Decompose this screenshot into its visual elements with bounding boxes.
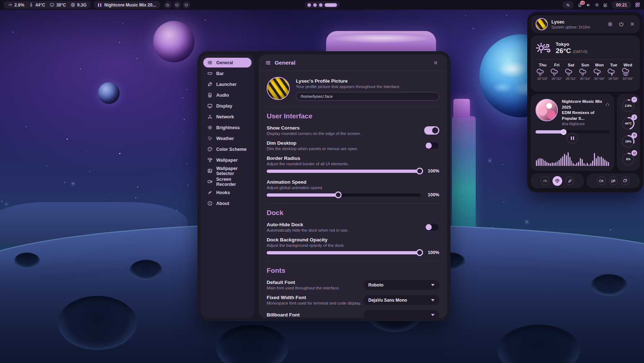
sidebar-item-screen-recorder[interactable]: Screen Recorder — [203, 177, 252, 187]
slider-knob[interactable] — [416, 249, 423, 256]
pause-button[interactable] — [567, 133, 578, 144]
sidebar-label: Wallpaper — [216, 158, 237, 163]
setting-title: Fixed Width Font — [267, 295, 364, 300]
system-stats-pill[interactable]: 2.8% 44°C 38°C 9.3G — [4, 1, 91, 9]
forecast-day: Thu 30°/23° — [536, 63, 550, 80]
image-picker-icon — [207, 168, 213, 174]
network-button[interactable] — [562, 1, 574, 9]
setting-title: Dim Desktop — [267, 140, 424, 146]
sidebar-label: Bar — [216, 71, 224, 76]
media-card: Nightcore Music Mix 2025 EDM Remixes of … — [531, 94, 614, 171]
album-art — [536, 99, 558, 121]
volume-button[interactable] — [586, 3, 591, 8]
sidebar-item-hooks[interactable]: Hooks — [203, 188, 252, 197]
setting-description: Adjust the rounded border of all UI elem… — [267, 162, 439, 166]
camera-off-button[interactable] — [609, 176, 618, 185]
cloud-rain-icon — [536, 67, 550, 77]
sidebar-item-network[interactable]: Network — [203, 112, 252, 122]
animation-speed-slider[interactable] — [267, 193, 421, 197]
profile-path-input[interactable] — [296, 92, 439, 101]
settings-button[interactable] — [607, 21, 613, 27]
workspace-switcher — [305, 1, 339, 8]
page-title: General — [275, 60, 427, 66]
weather-card: Tokyo 26°C (GMT+9) Thu 30°/23° Fri 26°/2… — [531, 36, 640, 91]
dropdown-value: Roboto — [368, 283, 431, 288]
forecast-day: Sat 26°/22° — [564, 63, 578, 80]
sidebar-item-launcher[interactable]: Launcher — [203, 79, 252, 89]
screenshot-button[interactable] — [621, 176, 630, 185]
app-grid-icon — [635, 2, 640, 8]
mascot-button[interactable] — [164, 1, 172, 9]
brightness-button[interactable] — [595, 3, 599, 7]
sidebar-label: Brightness — [216, 125, 240, 130]
sidebar-item-weather[interactable]: Weather — [203, 134, 252, 143]
workspace-dot-2[interactable] — [313, 3, 317, 7]
setting-title: Dock Background Opacity — [267, 237, 439, 242]
sidebar-item-audio[interactable]: Audio — [203, 90, 252, 100]
sidebar-item-about[interactable]: About — [203, 198, 252, 208]
chevron-down-icon — [431, 299, 435, 301]
sidebar-item-general[interactable]: General — [203, 58, 252, 67]
workspace-dot-1[interactable] — [307, 3, 311, 7]
workspace-active[interactable] — [325, 3, 337, 7]
dim-desktop-toggle[interactable] — [424, 141, 439, 150]
sidebar-label: Network — [216, 114, 234, 119]
profile-description: Your profile picture that appears throug… — [296, 84, 439, 89]
settings-content[interactable]: Lysec's Profile Picture Your profile pic… — [259, 71, 447, 318]
favorite-button-2[interactable] — [183, 1, 190, 9]
setting-animation-speed: Animation Speed Adjust global animation … — [267, 179, 439, 197]
sidebar-item-wallpaper-selector[interactable]: Wallpaper Selector — [203, 166, 252, 176]
slider-value: 100% — [425, 192, 439, 197]
slider-knob[interactable] — [416, 168, 423, 175]
slider-knob[interactable] — [335, 192, 342, 198]
sidebar-item-wallpaper[interactable]: Wallpaper — [203, 155, 252, 165]
speaker-icon — [586, 3, 591, 8]
eco-mode-button[interactable] — [565, 176, 574, 185]
workspace-dot-3[interactable] — [319, 3, 323, 7]
temperature-gauge: 44°C — [620, 115, 636, 131]
night-light-button[interactable] — [603, 3, 608, 8]
clock[interactable]: 00:21 — [612, 1, 631, 9]
top-bar: 2.8% 44°C 38°C 9.3G Nightcore Music Mix … — [0, 0, 644, 10]
default-font-dropdown[interactable]: Roboto — [364, 280, 439, 290]
fixed-width-font-dropdown[interactable]: DejaVu Sans Mono — [364, 295, 439, 305]
clipped-font-dropdown[interactable] — [364, 310, 439, 318]
cpu-gauge-icon — [8, 3, 13, 7]
divider — [267, 204, 439, 204]
user-avatar[interactable] — [536, 18, 548, 30]
auto-hide-dock-toggle[interactable] — [424, 223, 439, 231]
user-card: Lysec System uptime: 1h16m — [531, 16, 640, 33]
divider — [267, 261, 439, 262]
balance-mode-button[interactable] — [552, 176, 562, 186]
media-title: Nightcore Music Mix 20... — [105, 3, 156, 8]
cpu-usage-stat: 2.8% — [8, 3, 24, 8]
border-radius-slider[interactable] — [267, 170, 421, 173]
media-pill[interactable]: Nightcore Music Mix 20... — [94, 1, 160, 9]
performance-button[interactable] — [541, 176, 549, 185]
progress-knob[interactable] — [561, 129, 567, 135]
divider — [267, 107, 439, 107]
sun-haze-icon — [536, 40, 551, 56]
close-button[interactable] — [431, 58, 441, 68]
sidebar-item-brightness[interactable]: Brightness — [203, 123, 252, 132]
sidebar-item-display[interactable]: Display — [203, 101, 252, 111]
screen-record-button[interactable] — [597, 176, 606, 185]
sidebar-label: About — [216, 201, 229, 206]
power-button[interactable] — [618, 21, 624, 27]
setting-title: Billboard Font — [267, 312, 364, 318]
favorite-button-1[interactable] — [173, 1, 181, 9]
sidebar-item-color-scheme[interactable]: Color Scheme — [203, 144, 252, 154]
forecast-row: Thu 30°/23° Fri 26°/22° Sat 26°/22° Sun — [536, 63, 635, 80]
memory-gauge: 29% — [620, 134, 636, 149]
close-panel-button[interactable] — [630, 21, 635, 27]
setting-description: Dim the desktop when panels or menus are… — [267, 146, 424, 151]
setting-description: Adjust global animation speed. — [267, 185, 439, 190]
show-corners-toggle[interactable] — [424, 126, 439, 135]
profile-avatar[interactable] — [267, 77, 290, 100]
sidebar-item-bar[interactable]: Bar — [203, 69, 252, 78]
overview-button[interactable] — [635, 2, 640, 8]
notifications-button[interactable]: 23 — [577, 3, 582, 8]
dock-opacity-slider[interactable] — [267, 251, 421, 254]
cloud-lightning-icon — [607, 67, 621, 77]
setting-fixed-width-font: Fixed Width Font Monospace font used for… — [267, 295, 439, 305]
